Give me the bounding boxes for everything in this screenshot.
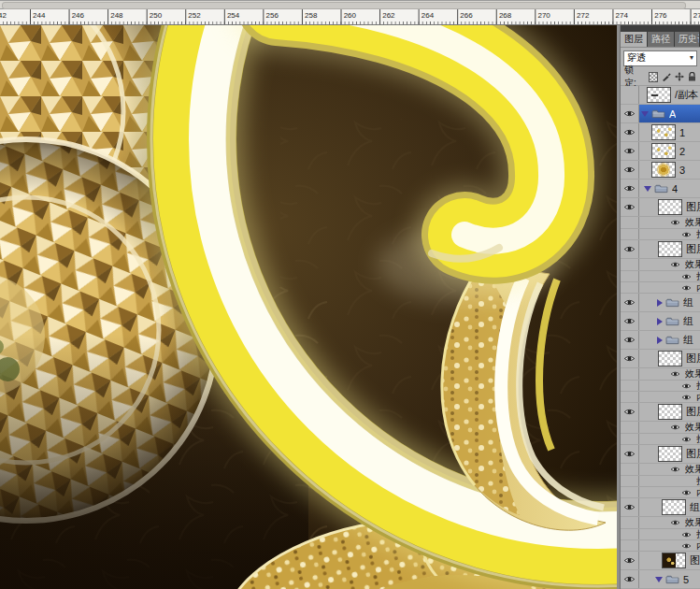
lock-position-icon[interactable]: [675, 72, 684, 81]
collapse-triangle-icon[interactable]: [655, 577, 663, 582]
visibility-toggle[interactable]: [621, 381, 639, 391]
visibility-toggle[interactable]: [621, 350, 639, 367]
visibility-toggle[interactable]: [621, 331, 639, 349]
effect-visibility-toggle[interactable]: [669, 261, 681, 268]
effect-visibility-toggle[interactable]: [669, 370, 681, 378]
visibility-toggle[interactable]: [621, 392, 639, 402]
visibility-toggle[interactable]: [621, 161, 639, 179]
effect-visibility-toggle[interactable]: [669, 466, 681, 473]
visibility-toggle[interactable]: [621, 517, 639, 528]
visibility-toggle[interactable]: [621, 498, 639, 516]
expand-triangle-icon[interactable]: [657, 318, 663, 325]
visibility-toggle[interactable]: [621, 142, 639, 160]
visibility-toggle[interactable]: [621, 229, 639, 239]
visibility-toggle[interactable]: [621, 434, 639, 444]
layer-thumbnail[interactable]: [651, 124, 676, 140]
layer-thumbnail[interactable]: [651, 162, 676, 178]
layer-row[interactable]: 图层: [621, 198, 700, 217]
layer-thumbnail[interactable]: [658, 351, 682, 366]
effect-visibility-toggle[interactable]: [680, 436, 693, 443]
effect-visibility-toggle[interactable]: [680, 284, 693, 292]
visibility-toggle[interactable]: [621, 282, 639, 293]
layer-row[interactable]: 图层: [621, 240, 700, 259]
tab-history[interactable]: 历史记录: [675, 32, 700, 47]
layer-row[interactable]: 图层: [621, 552, 700, 570]
effect-visibility-toggle[interactable]: [680, 489, 693, 496]
visibility-toggle[interactable]: [621, 487, 639, 497]
expand-triangle-icon[interactable]: [657, 337, 663, 344]
layer-row[interactable]: 图层: [621, 350, 700, 368]
visibility-toggle[interactable]: [621, 312, 639, 330]
layer-row[interactable]: 图层: [621, 445, 700, 464]
visibility-toggle[interactable]: [621, 105, 639, 122]
layer-group-row[interactable]: 组: [621, 331, 700, 350]
effect-row[interactable]: 投: [621, 529, 700, 540]
effect-row[interactable]: 投: [621, 381, 700, 392]
effect-row[interactable]: 效果: [621, 368, 700, 381]
effect-visibility-toggle[interactable]: [669, 519, 681, 526]
visibility-toggle[interactable]: [621, 180, 639, 197]
layer-group-row[interactable]: 组: [621, 294, 700, 312]
visibility-toggle[interactable]: [621, 529, 639, 539]
effect-visibility-toggle[interactable]: [680, 394, 693, 401]
layer-thumbnail[interactable]: [658, 199, 682, 215]
tab-layers[interactable]: 图层: [621, 32, 648, 47]
visibility-toggle[interactable]: [621, 422, 639, 433]
effect-row[interactable]: 效果: [621, 517, 700, 529]
effect-row[interactable]: 投: [621, 229, 700, 240]
layer-row[interactable]: /副本: [621, 86, 700, 105]
effect-row[interactable]: 内: [621, 282, 700, 294]
effect-visibility-toggle[interactable]: [680, 531, 693, 539]
scrollbar-thumb[interactable]: [2, 2, 686, 9]
effect-visibility-toggle[interactable]: [680, 382, 693, 390]
lock-all-icon[interactable]: [688, 72, 696, 81]
effect-row[interactable]: 投: [621, 476, 700, 487]
layer-thumbnail[interactable]: [658, 404, 682, 420]
layer-row[interactable]: 3: [621, 161, 700, 180]
effect-visibility-toggle[interactable]: [680, 542, 693, 550]
lock-paint-icon[interactable]: [662, 72, 671, 81]
effect-row[interactable]: 效果: [621, 464, 700, 476]
visibility-toggle[interactable]: [621, 294, 639, 311]
layer-group-row[interactable]: 组: [621, 312, 700, 331]
tab-paths[interactable]: 路径: [648, 32, 675, 47]
layer-group-row[interactable]: 4: [621, 180, 700, 198]
visibility-toggle[interactable]: [621, 464, 639, 475]
effect-row[interactable]: 效果: [621, 217, 700, 229]
document-canvas[interactable]: [0, 25, 617, 589]
effect-row[interactable]: 投: [621, 271, 700, 282]
visibility-toggle[interactable]: [621, 271, 639, 281]
effect-visibility-toggle[interactable]: [669, 219, 681, 226]
effect-row[interactable]: 效果: [621, 259, 700, 271]
visibility-toggle[interactable]: [621, 403, 639, 421]
visibility-toggle[interactable]: [621, 552, 639, 569]
effect-visibility-toggle[interactable]: [680, 231, 693, 238]
layer-thumbnail[interactable]: [662, 553, 686, 568]
visibility-toggle[interactable]: [621, 259, 639, 270]
layer-row[interactable]: 组 1: [621, 498, 700, 517]
visibility-toggle[interactable]: [621, 198, 639, 216]
layer-row[interactable]: 1: [621, 123, 700, 142]
layer-group-row[interactable]: A: [621, 105, 700, 123]
layer-thumbnail[interactable]: [647, 87, 671, 103]
effect-row[interactable]: 内: [621, 392, 700, 403]
layer-row[interactable]: 2: [621, 142, 700, 161]
effect-row[interactable]: 内: [621, 487, 700, 498]
collapse-triangle-icon[interactable]: [641, 111, 649, 117]
effect-visibility-toggle[interactable]: [680, 273, 693, 280]
visibility-toggle[interactable]: [621, 123, 639, 141]
collapse-triangle-icon[interactable]: [644, 186, 651, 192]
effect-row[interactable]: 效果: [621, 422, 700, 434]
panel-titlebar[interactable]: [621, 25, 700, 32]
horizontal-scrollbar[interactable]: [0, 0, 700, 9]
visibility-toggle[interactable]: [621, 217, 639, 228]
visibility-toggle[interactable]: [621, 86, 639, 104]
lock-transparency-icon[interactable]: [649, 72, 659, 82]
visibility-toggle[interactable]: [621, 240, 639, 258]
effect-row[interactable]: 内: [621, 540, 700, 552]
layer-thumbnail[interactable]: [662, 499, 686, 515]
visibility-toggle[interactable]: [621, 570, 639, 588]
visibility-toggle[interactable]: [621, 540, 639, 551]
effect-visibility-toggle[interactable]: [669, 424, 681, 431]
layer-thumbnail[interactable]: [658, 241, 682, 257]
